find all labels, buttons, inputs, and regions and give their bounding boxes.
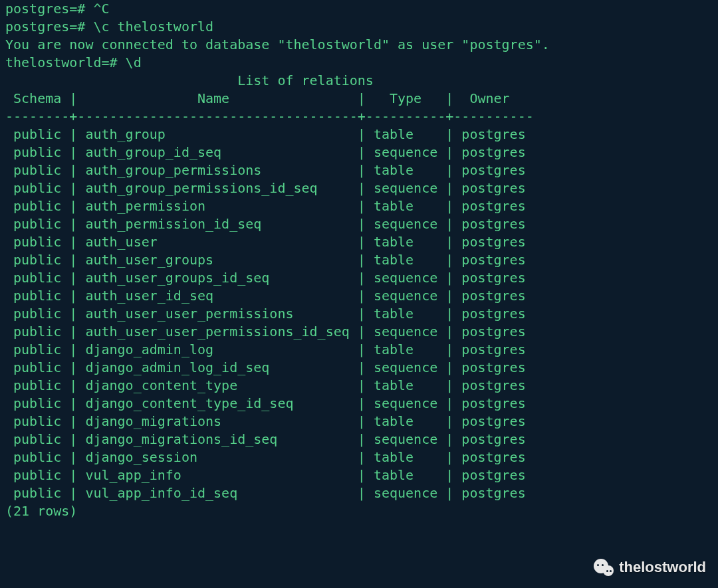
- watermark: thelostworld: [594, 559, 706, 576]
- wechat-icon: [594, 559, 614, 576]
- watermark-text: thelostworld: [619, 559, 706, 576]
- terminal-output: postgres=# ^C postgres=# \c thelostworld…: [0, 0, 718, 526]
